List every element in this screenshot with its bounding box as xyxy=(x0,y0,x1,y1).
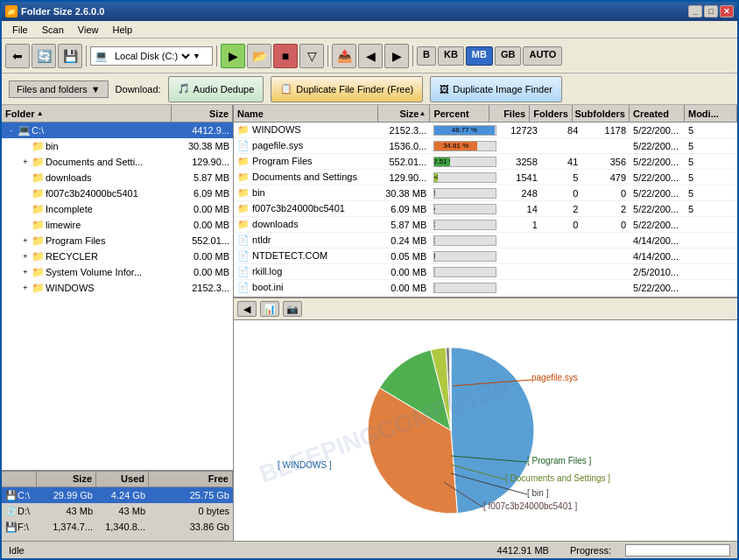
file-row[interactable]: 📄 NTDETECT.COM 0.05 MB 0.00 % 4/14/200..… xyxy=(234,248,737,264)
file-row[interactable]: 📄 rkill.log 0.00 MB 0 % 2/5/2010... xyxy=(234,264,737,280)
tree-toggle[interactable] xyxy=(19,187,32,200)
tree-row[interactable]: + 📁 RECYCLER 0.00 MB xyxy=(2,248,233,264)
minimize-button[interactable]: _ xyxy=(688,5,702,18)
tree-toggle[interactable]: + xyxy=(19,156,32,168)
file-cell-name: 📄 NTDETECT.COM xyxy=(234,249,378,262)
chart-nav-back[interactable]: ◀ xyxy=(237,301,257,317)
file-row[interactable]: 📄 pagefile.sys 1536.0... 34.81 % 5/22/20… xyxy=(234,138,737,154)
filter-button[interactable]: ▽ xyxy=(299,44,324,68)
file-list[interactable]: Name Size ▲ Percent Files Folders Subfol… xyxy=(234,105,737,298)
files-folders-button[interactable]: Files and folders ▼ xyxy=(9,80,109,98)
drive-selector[interactable]: 💻 Local Disk (C:) ▼ xyxy=(90,46,213,66)
folder-icon: 📁 xyxy=(32,234,44,247)
tree-toggle[interactable]: + xyxy=(19,282,32,294)
tree-toggle[interactable] xyxy=(19,140,32,152)
col-files-header[interactable]: Files xyxy=(489,105,531,122)
tree-row[interactable]: 📁 bin 30.38 MB xyxy=(2,138,233,154)
chart-nav-forward[interactable]: 📷 xyxy=(283,301,302,317)
unit-auto-button[interactable]: AUTO xyxy=(523,46,562,66)
file-cell-size: 2152.3... xyxy=(378,124,430,136)
menu-view[interactable]: View xyxy=(71,23,106,37)
nav-up-button[interactable]: 📤 xyxy=(332,44,356,68)
tree-toggle[interactable] xyxy=(19,219,32,231)
menu-help[interactable]: Help xyxy=(105,23,139,37)
drive-row[interactable]: 💿D:\ 43 Mb 43 Mb 0 bytes xyxy=(2,503,233,519)
col-folders-header[interactable]: Folders xyxy=(530,105,573,122)
tree-row[interactable]: + 📁 Program Files 552.01... xyxy=(2,233,233,248)
tree-row[interactable]: 📁 f007c3b24000bc5401 6.09 MB xyxy=(2,186,233,201)
drive-cell-used: 4.24 Gb xyxy=(96,489,149,501)
dup-file-icon: 📋 xyxy=(280,83,292,94)
tree-toggle[interactable] xyxy=(19,172,32,184)
tree-col-size-header[interactable]: Size xyxy=(172,105,233,122)
file-row[interactable]: 📁 WINDOWS 2152.3... 48.77 % 12723 84 117… xyxy=(234,122,737,138)
drive-row[interactable]: 💾C:\ 29.99 Gb 4.24 Gb 25.75 Gb xyxy=(2,487,233,503)
file-row[interactable]: 📁 Documents and Settings 129.90... 2.94 … xyxy=(234,170,737,186)
file-cell-percent: 0.14 % xyxy=(430,203,500,215)
menu-file[interactable]: File xyxy=(5,23,35,37)
tree-row[interactable]: 📁 limewire 0.00 MB xyxy=(2,217,233,233)
drive-row[interactable]: 💾F:\ 1,374.7... 1,340.8... 33.86 Gb xyxy=(2,519,233,535)
back-button[interactable]: ⬅ xyxy=(5,44,30,68)
file-cell-size: 0.00 MB xyxy=(378,266,430,278)
tree-row[interactable]: + 📁 Documents and Setti... 129.90... xyxy=(2,154,233,170)
save-button[interactable]: 💾 xyxy=(58,44,82,68)
refresh-button[interactable]: 🔄 xyxy=(32,44,56,68)
duplicate-file-finder-button[interactable]: 📋 Duplicate File Finder (Free) xyxy=(271,76,423,102)
tree-toggle[interactable]: + xyxy=(19,250,32,262)
unit-kb-button[interactable]: KB xyxy=(438,46,464,66)
file-cell-files xyxy=(500,240,541,242)
tree-toggle[interactable]: - xyxy=(5,124,18,136)
nav-prev-button[interactable]: ◀ xyxy=(358,44,383,68)
col-modified-header[interactable]: Modi... xyxy=(685,105,737,122)
file-cell-modified: 5 xyxy=(685,203,737,215)
tree-toggle[interactable]: + xyxy=(19,266,32,278)
audio-dedupe-button[interactable]: 🎵 Audio Dedupe xyxy=(168,76,264,102)
tree-col-folder-header[interactable]: Folder ▲ xyxy=(2,105,172,122)
tree-node-size: 0.00 MB xyxy=(168,267,229,277)
duplicate-image-finder-button[interactable]: 🖼 Duplicate Image Finder xyxy=(430,76,562,102)
folder-tree[interactable]: Folder ▲ Size - 💻 C:\ 4412.9... 📁 bin 30… xyxy=(2,105,233,471)
file-cell-percent: 2.94 % xyxy=(430,172,500,184)
col-size-header[interactable]: Size ▲ xyxy=(378,105,430,122)
tree-row[interactable]: - 💻 C:\ 4412.9... xyxy=(2,122,233,138)
tree-row[interactable]: 📁 downloads 5.87 MB xyxy=(2,170,233,186)
file-row[interactable]: 📁 downloads 5.87 MB 0.13 % 1 0 0 5/22/20… xyxy=(234,217,737,233)
drive-dropdown[interactable]: Local Disk (C:) xyxy=(111,50,193,62)
col-percent-header[interactable]: Percent xyxy=(430,105,489,122)
col-subfolders-header[interactable]: Subfolders xyxy=(573,105,630,122)
file-cell-files: 248 xyxy=(500,187,541,200)
file-cell-created: 4/14/200... xyxy=(630,234,685,247)
tree-node-size: 6.09 MB xyxy=(168,188,229,199)
open-button[interactable]: 📂 xyxy=(247,44,271,68)
scan-play-button[interactable]: ▶ xyxy=(221,44,245,68)
tree-toggle[interactable] xyxy=(19,203,32,215)
file-row[interactable]: 📄 boot.ini 0.00 MB 0 % 5/22/200... xyxy=(234,280,737,296)
close-button[interactable]: ✕ xyxy=(720,5,734,18)
file-row[interactable]: 📄 ntldr 0.24 MB 0.01 % 4/14/200... xyxy=(234,233,737,248)
col-name-header[interactable]: Name xyxy=(234,105,378,122)
unit-mb-button[interactable]: MB xyxy=(466,46,493,66)
tree-row[interactable]: + 📁 System Volume Infor... 0.00 MB xyxy=(2,264,233,280)
tree-row[interactable]: + 📁 WINDOWS 2152.3... xyxy=(2,280,233,296)
menu-scan[interactable]: Scan xyxy=(35,23,71,37)
maximize-button[interactable]: □ xyxy=(704,5,718,18)
file-cell-size: 5.87 MB xyxy=(378,219,430,231)
download-label: Download: xyxy=(116,84,161,94)
drive-col-free-header: Free xyxy=(149,472,233,486)
col-created-header[interactable]: Created xyxy=(630,105,685,122)
file-row[interactable]: 📁 Program Files 552.01... 12.51 % 3258 4… xyxy=(234,154,737,170)
unit-gb-button[interactable]: GB xyxy=(495,46,522,66)
toolbar: ⬅ 🔄 💾 💻 Local Disk (C:) ▼ ▶ 📂 ■ ▽ 📤 ◀ ▶ … xyxy=(2,38,737,74)
dup-img-icon: 🖼 xyxy=(440,84,449,94)
file-row[interactable]: 📁 bin 30.38 MB 0.69 % 248 0 0 5/22/200..… xyxy=(234,186,737,201)
unit-b-button[interactable]: B xyxy=(417,46,436,66)
tree-toggle[interactable]: + xyxy=(19,234,32,247)
stop-button[interactable]: ■ xyxy=(273,44,298,68)
file-cell-files xyxy=(500,145,541,147)
file-row[interactable]: 📁 f007c3b24000bc5401 6.09 MB 0.14 % 14 2… xyxy=(234,201,737,217)
nav-next-button[interactable]: ▶ xyxy=(384,44,409,68)
tree-row[interactable]: 📁 Incomplete 0.00 MB xyxy=(2,201,233,217)
chart-nav-bar[interactable]: 📊 xyxy=(260,301,279,317)
tree-node-name: System Volume Infor... xyxy=(46,267,168,277)
